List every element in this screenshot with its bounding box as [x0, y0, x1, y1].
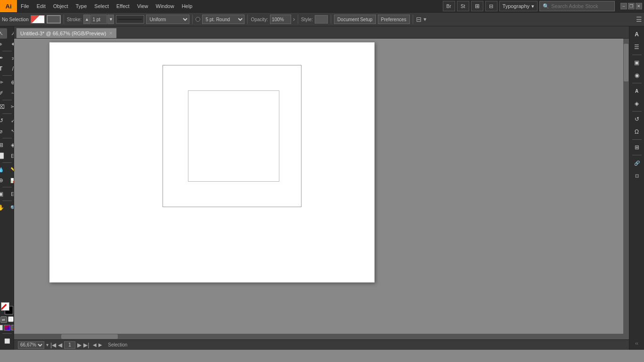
glyphs-panel-icon[interactable]: A: [631, 85, 643, 97]
line-tool[interactable]: /: [7, 64, 15, 74]
zoom-tool[interactable]: 🔍: [7, 202, 15, 213]
artboard-tool[interactable]: ⬜: [0, 151, 7, 161]
blend-tool[interactable]: ⊕: [0, 175, 7, 185]
bridge-icon[interactable]: Br: [443, 1, 455, 11]
align-options-icon[interactable]: ⊟: [416, 16, 422, 23]
panel-options-icon[interactable]: ☰: [636, 16, 642, 23]
foreground-color-box[interactable]: [1, 302, 9, 311]
lasso-tool[interactable]: ⌖: [0, 39, 7, 49]
canvas-area[interactable]: ‹: [14, 39, 629, 339]
close-button[interactable]: ✕: [636, 3, 642, 9]
warp-tool[interactable]: ⌀: [0, 126, 7, 137]
opacity-input[interactable]: [270, 15, 291, 24]
maximize-button[interactable]: ❒: [628, 3, 635, 9]
stock-icon[interactable]: St: [457, 1, 469, 11]
zoom-dropdown-arrow[interactable]: ▾: [46, 342, 49, 347]
last-page-button[interactable]: ▶|: [83, 342, 89, 348]
rotate-tool[interactable]: ↺: [0, 115, 7, 126]
opacity-more-icon[interactable]: ›: [293, 16, 295, 23]
graphic-styles-icon[interactable]: ◉: [631, 69, 643, 81]
blob-brush-tool[interactable]: ⊕: [7, 77, 15, 88]
vertical-scrollbar[interactable]: [623, 39, 629, 339]
menu-window[interactable]: Window: [152, 0, 178, 12]
workspace-dropdown[interactable]: Typography ▾: [499, 1, 538, 11]
scroll-right-icon[interactable]: ▶: [98, 342, 102, 347]
menu-effect[interactable]: Effect: [113, 0, 133, 12]
mesh-tool[interactable]: ⊟: [7, 189, 15, 199]
gradient-tool[interactable]: ▣: [0, 189, 7, 199]
right-panel-collapse-icon[interactable]: ‹: [606, 185, 608, 193]
menu-view[interactable]: View: [133, 0, 152, 12]
eyedropper-tool[interactable]: 💧: [0, 164, 7, 175]
align-chevron-icon[interactable]: ▾: [424, 16, 426, 23]
panel-collapse-button[interactable]: ‹‹: [635, 341, 638, 348]
links-panel-icon[interactable]: 🔗: [631, 157, 643, 169]
measure-tool[interactable]: 📏: [7, 164, 15, 175]
grid-view-icon[interactable]: ⊞: [471, 1, 483, 11]
magic-wand-tool[interactable]: ✦: [7, 39, 15, 49]
fill-color-swatch[interactable]: [31, 15, 45, 24]
type-tool[interactable]: T: [0, 64, 7, 74]
graph-tool[interactable]: 📊: [7, 175, 15, 185]
stroke-value-input[interactable]: [90, 15, 107, 24]
swap-colors-icon[interactable]: ⇄: [0, 316, 7, 323]
scroll-left-icon[interactable]: ◀: [93, 342, 97, 347]
scale-tool[interactable]: ⤢: [7, 115, 15, 126]
stroke-down-arrow[interactable]: ▼: [107, 15, 114, 24]
color-mode-icon[interactable]: [0, 325, 3, 330]
default-colors-icon[interactable]: ⊡: [8, 316, 14, 322]
image-trace-icon[interactable]: ⊡: [631, 169, 643, 182]
tab-close-button[interactable]: ✕: [109, 31, 113, 36]
hand-tool[interactable]: ✋: [0, 202, 7, 213]
preferences-button[interactable]: Preferences: [378, 15, 410, 24]
prev-page-button[interactable]: ◀: [58, 342, 62, 348]
pathfinder-icon[interactable]: ⊞: [631, 141, 643, 153]
arrange-icon[interactable]: ⊟: [485, 1, 497, 11]
menu-object[interactable]: Object: [49, 0, 72, 12]
curvature-tool[interactable]: ⌅: [7, 53, 15, 63]
stroke-line-preview[interactable]: [116, 15, 144, 24]
scissors-tool[interactable]: ✂: [7, 102, 15, 112]
menu-edit[interactable]: Edit: [33, 0, 49, 12]
next-page-button[interactable]: ▶: [77, 342, 82, 348]
live-paint-tool[interactable]: ◈: [7, 140, 15, 150]
document-setup-button[interactable]: Document Setup: [334, 15, 376, 24]
zoom-select[interactable]: 66,67% 100% 150%: [18, 341, 44, 349]
gradient-mode-icon[interactable]: [4, 325, 10, 330]
stroke-type-select[interactable]: Uniform Width Profile 1: [146, 15, 189, 24]
menu-select[interactable]: Select: [90, 0, 113, 12]
search-box[interactable]: 🔍: [539, 1, 615, 11]
paintbrush-tool[interactable]: ✏: [0, 77, 7, 88]
smooth-tool[interactable]: ~: [7, 88, 15, 98]
character-panel-icon[interactable]: A: [631, 28, 643, 40]
align-panel-icon[interactable]: Ω: [631, 126, 643, 138]
selection-tool[interactable]: ↖: [0, 28, 7, 39]
pen-tool[interactable]: ✒: [0, 53, 7, 63]
artboards-panel-icon[interactable]: ⬜: [1, 336, 13, 346]
horizontal-scrollbar-thumb[interactable]: [61, 334, 118, 339]
transform-panel-icon[interactable]: ↺: [631, 113, 643, 125]
first-page-button[interactable]: |◀: [50, 342, 56, 348]
free-transform-tool[interactable]: ⤡: [7, 126, 15, 137]
pencil-tool[interactable]: ✐: [0, 88, 7, 98]
stroke-color-swatch[interactable]: [47, 15, 61, 24]
horizontal-scrollbar[interactable]: [14, 334, 623, 339]
style-swatch[interactable]: [315, 15, 328, 24]
brush-select[interactable]: 5 pt. Round 3 pt. Round: [202, 15, 245, 24]
direct-selection-tool[interactable]: ↗: [7, 28, 15, 39]
slice-tool[interactable]: ⊟: [7, 151, 15, 161]
appearance-panel-icon[interactable]: ▣: [631, 56, 643, 69]
minimize-button[interactable]: –: [620, 3, 627, 9]
menu-type[interactable]: Type: [72, 0, 91, 12]
vertical-scrollbar-thumb[interactable]: [624, 44, 628, 81]
document-tab[interactable]: Untitled-3* @ 66,67% (RGB/Preview) ✕: [16, 28, 117, 38]
search-input[interactable]: [551, 3, 611, 9]
page-number-input[interactable]: [64, 341, 75, 349]
shape-builder-tool[interactable]: ⊞: [0, 140, 7, 150]
menu-help[interactable]: Help: [178, 0, 196, 12]
opentype-icon[interactable]: ◈: [631, 97, 643, 110]
paragraph-panel-icon[interactable]: ☰: [631, 41, 643, 53]
menu-file[interactable]: File: [17, 0, 33, 12]
stroke-up-arrow[interactable]: ▲: [83, 15, 90, 24]
eraser-tool[interactable]: ⌫: [0, 102, 7, 112]
